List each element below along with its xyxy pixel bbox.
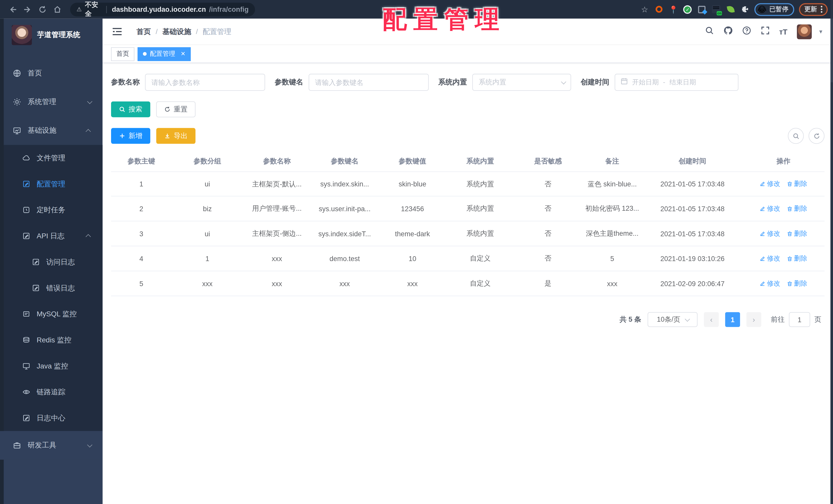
reset-button[interactable]: 重置 bbox=[156, 101, 195, 117]
back-arrow-icon[interactable] bbox=[5, 2, 20, 17]
table-cell: theme-dark bbox=[379, 230, 446, 237]
brand[interactable]: 芋道管理系统 bbox=[0, 19, 103, 52]
table-cell: 系统内置 bbox=[446, 229, 514, 238]
column-header: 备注 bbox=[582, 156, 643, 166]
current-page-button[interactable]: 1 bbox=[725, 312, 740, 327]
goto-page-input[interactable] bbox=[789, 312, 810, 327]
edit-link[interactable]: 修改 bbox=[760, 254, 780, 263]
breadcrumb-home[interactable]: 首页 bbox=[137, 27, 151, 36]
sidebar-item-devtools[interactable]: 研发工具 bbox=[0, 431, 103, 460]
forward-arrow-icon[interactable] bbox=[20, 2, 35, 17]
table-cell: xxx bbox=[311, 279, 379, 287]
sidebar-item-file-management[interactable]: 文件管理 bbox=[0, 145, 103, 171]
paused-extension-badge[interactable]: 😂 已暂停 bbox=[755, 3, 794, 16]
page-size-select[interactable]: 10条/页 bbox=[648, 312, 698, 327]
tab-close-icon[interactable]: ✕ bbox=[181, 50, 186, 57]
extension-check-icon[interactable]: ✓ bbox=[683, 5, 692, 14]
sidebar-item-label: Redis 监控 bbox=[37, 335, 71, 345]
user-avatar[interactable] bbox=[797, 24, 812, 39]
sidebar-item-redis-monitor[interactable]: Redis 监控 bbox=[0, 327, 103, 353]
sidebar-item-error-logs[interactable]: 错误日志 bbox=[0, 275, 103, 301]
github-icon[interactable] bbox=[723, 26, 733, 37]
browser-update-button[interactable]: 更新 bbox=[799, 3, 828, 16]
table-body: 1ui主框架页-默认...sys.index.skin...skin-blue系… bbox=[111, 172, 825, 296]
kebab-menu-icon[interactable] bbox=[821, 6, 822, 13]
url-host[interactable]: dashboard.yudao.iocoder.cn bbox=[112, 5, 206, 13]
tab-home[interactable]: 首页 bbox=[111, 47, 134, 61]
bookmark-star-icon[interactable]: ☆ bbox=[640, 5, 649, 14]
table-header-row: 参数主键参数分组参数名称参数键名参数键值系统内置是否敏感备注创建时间操作 bbox=[111, 151, 825, 172]
table-cell: 123456 bbox=[379, 205, 446, 212]
edit-link[interactable]: 修改 bbox=[760, 204, 780, 213]
toggle-search-icon[interactable] bbox=[788, 128, 804, 144]
export-button[interactable]: 导出 bbox=[156, 128, 195, 144]
sidebar-item-access-logs[interactable]: 访问日志 bbox=[0, 249, 103, 275]
url-path[interactable]: /infra/config bbox=[209, 5, 248, 13]
create-time-range-picker[interactable]: 开始日期 - 结束日期 bbox=[615, 74, 739, 91]
edit-link[interactable]: 修改 bbox=[760, 279, 780, 288]
breadcrumb-infra[interactable]: 基础设施 bbox=[163, 27, 191, 36]
database-square-icon bbox=[22, 310, 30, 318]
column-header: 参数名称 bbox=[243, 156, 311, 166]
tab-config-management[interactable]: 配置管理 ✕ bbox=[138, 47, 191, 61]
sidebar-item-scheduled-tasks[interactable]: 定时任务 bbox=[0, 197, 103, 223]
font-size-icon[interactable]: ᴛT bbox=[779, 27, 787, 36]
home-icon[interactable] bbox=[50, 2, 65, 17]
sidebar-item-label: API 日志 bbox=[37, 231, 65, 241]
extension-cn-icon[interactable]: cn bbox=[712, 5, 721, 14]
edit-link[interactable]: 修改 bbox=[760, 179, 780, 188]
sidebar-item-log-center[interactable]: 日志中心 bbox=[0, 405, 103, 431]
sidebar-item-infra[interactable]: 基础设施 bbox=[0, 116, 103, 145]
date-start-placeholder[interactable]: 开始日期 bbox=[632, 78, 659, 87]
reload-icon[interactable] bbox=[35, 2, 50, 17]
refresh-table-icon[interactable] bbox=[809, 128, 825, 144]
extension-grid-icon[interactable] bbox=[697, 5, 707, 14]
extension-orange-icon[interactable] bbox=[654, 5, 664, 14]
param-key-input[interactable] bbox=[309, 74, 429, 91]
hamburger-fold-icon[interactable] bbox=[111, 26, 123, 37]
table-row: 3ui主框架页-侧边...sys.index.sideT...theme-dar… bbox=[111, 222, 825, 247]
table-actions-row: 新增 导出 bbox=[111, 128, 825, 144]
delete-link[interactable]: 删除 bbox=[787, 229, 807, 238]
security-label[interactable]: 不安全 bbox=[85, 0, 101, 19]
sidebar-item-api-logs[interactable]: API 日志 bbox=[0, 223, 103, 249]
window-scrollbar[interactable] bbox=[830, 0, 833, 504]
extension-leaf-icon[interactable] bbox=[726, 5, 736, 14]
infra-submenu: 文件管理 配置管理 定时任务 API 日志 bbox=[0, 145, 103, 431]
delete-link[interactable]: 删除 bbox=[787, 204, 807, 213]
search-button[interactable]: 搜索 bbox=[111, 101, 150, 117]
prev-page-button[interactable]: ‹ bbox=[704, 312, 719, 327]
caret-down-icon[interactable]: ▼ bbox=[818, 29, 824, 34]
sidebar-item-system[interactable]: 系统管理 bbox=[0, 88, 103, 116]
timer-icon bbox=[22, 206, 30, 214]
url-bar[interactable]: ⚠ 不安全 dashboard.yudao.iocoder.cn/infra/c… bbox=[70, 2, 255, 16]
add-button[interactable]: 新增 bbox=[111, 128, 150, 144]
param-name-input[interactable] bbox=[145, 74, 265, 91]
builtin-type-select[interactable]: 系统内置 bbox=[472, 74, 571, 91]
extension-pin-icon[interactable]: 📍 bbox=[668, 5, 678, 14]
date-end-placeholder[interactable]: 结束日期 bbox=[669, 78, 696, 87]
search-icon[interactable] bbox=[705, 26, 714, 37]
delete-link[interactable]: 删除 bbox=[787, 179, 807, 188]
sidebar-item-config-management[interactable]: 配置管理 bbox=[0, 171, 103, 197]
table-cell: 系统内置 bbox=[446, 179, 514, 189]
sidebar-item-tracing[interactable]: 链路追踪 bbox=[0, 379, 103, 405]
help-question-icon[interactable] bbox=[742, 26, 751, 37]
table-cell: ui bbox=[172, 230, 243, 237]
gear-icon bbox=[13, 98, 21, 106]
search-actions-row: 搜索 重置 bbox=[111, 101, 825, 117]
delete-link[interactable]: 删除 bbox=[787, 254, 807, 263]
extensions-puzzle-icon[interactable] bbox=[740, 5, 750, 14]
monitor-icon bbox=[22, 362, 30, 370]
delete-link[interactable]: 删除 bbox=[787, 279, 807, 288]
sidebar-filler bbox=[0, 460, 103, 504]
sidebar-item-mysql-monitor[interactable]: MySQL 监控 bbox=[0, 301, 103, 327]
browser-toolbar: ⚠ 不安全 dashboard.yudao.iocoder.cn/infra/c… bbox=[0, 0, 833, 19]
chevron-down-icon bbox=[87, 98, 92, 104]
fullscreen-icon[interactable] bbox=[761, 26, 769, 37]
sidebar-item-java-monitor[interactable]: Java 监控 bbox=[0, 353, 103, 379]
table-cell: 2 bbox=[111, 205, 172, 212]
edit-link[interactable]: 修改 bbox=[760, 229, 780, 238]
sidebar-item-home[interactable]: 首页 bbox=[0, 59, 103, 87]
next-page-button[interactable]: › bbox=[746, 312, 761, 327]
